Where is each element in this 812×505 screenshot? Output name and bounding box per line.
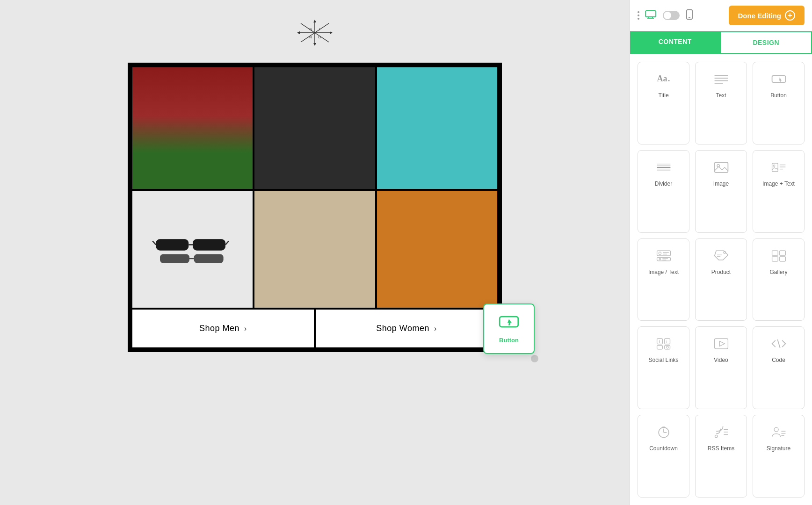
widget-rss[interactable]: RSS Items xyxy=(695,415,747,498)
email-block: Shop Men › Shop Women › xyxy=(128,63,502,352)
canvas-area: G I N O xyxy=(0,0,630,505)
gallery-icon xyxy=(769,247,788,264)
svg-rect-67 xyxy=(657,346,662,349)
widget-divider[interactable]: Divider xyxy=(638,150,689,233)
tab-bar: CONTENT DESIGN xyxy=(630,31,812,54)
image-text-icon xyxy=(769,159,788,176)
svg-rect-59 xyxy=(772,251,778,255)
widget-gallery[interactable]: Gallery xyxy=(753,238,805,321)
widget-countdown-label: Countdown xyxy=(649,445,678,452)
widget-grid: Aa Title Text xyxy=(630,54,812,505)
widget-title[interactable]: Aa Title xyxy=(638,62,689,144)
floating-button-label: Button xyxy=(499,337,519,344)
widget-video-label: Video xyxy=(714,357,728,363)
widget-code[interactable]: Code xyxy=(753,326,805,409)
done-editing-plus-icon: + xyxy=(785,10,795,21)
shop-women-label: Shop Women xyxy=(376,324,429,333)
desktop-icon[interactable] xyxy=(645,10,656,21)
svg-rect-43 xyxy=(772,163,778,172)
svg-line-15 xyxy=(152,241,156,245)
countdown-icon xyxy=(654,424,673,440)
widget-image-text[interactable]: Image + Text xyxy=(753,150,805,233)
widget-image-text-2-label: Image / Text xyxy=(648,269,679,275)
dot-1 xyxy=(638,11,639,13)
grid-cell-sunglasses xyxy=(132,191,253,308)
view-toggle[interactable] xyxy=(663,11,680,20)
image-grid xyxy=(132,67,497,308)
shop-buttons-row: Shop Men › Shop Women › xyxy=(132,310,497,347)
title-icon: Aa xyxy=(654,71,673,87)
grid-cell-man xyxy=(254,67,375,189)
cursor-indicator xyxy=(531,355,538,362)
image-icon xyxy=(712,159,731,176)
panel-menu-dots[interactable] xyxy=(638,11,639,20)
svg-marker-5 xyxy=(313,43,316,46)
svg-line-16 xyxy=(225,241,229,245)
video-icon xyxy=(712,335,731,352)
widget-gallery-label: Gallery xyxy=(769,269,787,275)
shop-women-button[interactable]: Shop Women › xyxy=(316,310,497,347)
svg-rect-60 xyxy=(779,251,785,255)
widget-image-label: Image xyxy=(713,180,729,187)
svg-rect-13 xyxy=(193,239,225,251)
svg-rect-17 xyxy=(160,254,189,263)
svg-text:I: I xyxy=(319,27,320,31)
dot-2 xyxy=(638,14,639,16)
svg-point-81 xyxy=(774,427,778,432)
svg-point-69 xyxy=(666,346,668,349)
shop-men-label: Shop Men xyxy=(199,324,239,333)
svg-text:N: N xyxy=(309,35,312,39)
widget-title-label: Title xyxy=(658,92,668,99)
widget-divider-label: Divider xyxy=(655,180,672,187)
grid-cell-shoes xyxy=(377,67,497,189)
code-icon xyxy=(769,335,788,352)
widget-text-label: Text xyxy=(716,92,726,99)
divider-icon xyxy=(654,159,673,176)
product-icon xyxy=(712,247,731,264)
image-text-2-icon xyxy=(654,247,673,264)
svg-rect-12 xyxy=(156,239,188,251)
svg-rect-34 xyxy=(772,76,785,82)
svg-point-53 xyxy=(659,258,661,260)
svg-point-49 xyxy=(659,252,661,254)
svg-point-77 xyxy=(715,435,717,437)
svg-marker-4 xyxy=(313,20,316,22)
widget-rss-label: RSS Items xyxy=(708,445,734,452)
done-editing-button[interactable]: Done Editing + xyxy=(729,6,805,25)
widget-text[interactable]: Text xyxy=(695,62,747,144)
tab-content[interactable]: CONTENT xyxy=(630,31,720,54)
dot-3 xyxy=(638,18,639,20)
widget-social-links-label: Social Links xyxy=(648,357,678,363)
tab-design[interactable]: DESIGN xyxy=(720,31,812,54)
widget-image[interactable]: Image xyxy=(695,150,747,233)
widget-image-text-label: Image + Text xyxy=(762,180,795,187)
signature-icon xyxy=(769,424,788,440)
widget-countdown[interactable]: Countdown xyxy=(638,415,689,498)
svg-marker-6 xyxy=(297,31,300,34)
done-editing-label: Done Editing xyxy=(738,12,782,20)
svg-marker-71 xyxy=(719,341,725,346)
floating-button-widget[interactable]: Button xyxy=(483,303,535,354)
widget-button[interactable]: Button xyxy=(753,62,805,144)
widget-code-label: Code xyxy=(772,357,785,363)
svg-rect-48 xyxy=(657,251,670,256)
svg-rect-18 xyxy=(194,254,223,263)
svg-rect-62 xyxy=(779,256,785,261)
widget-image-text-2[interactable]: Image / Text xyxy=(638,238,689,321)
svg-rect-65 xyxy=(664,339,670,345)
shop-men-button[interactable]: Shop Men › xyxy=(132,310,314,347)
text-icon xyxy=(712,71,731,87)
svg-text:O: O xyxy=(318,35,321,39)
widget-social-links[interactable]: f t Social Links xyxy=(638,326,689,409)
logo: G I N O xyxy=(296,19,334,49)
widget-video[interactable]: Video xyxy=(695,326,747,409)
device-toggles xyxy=(645,9,693,22)
grid-cell-curly-woman xyxy=(377,191,497,308)
right-panel: Done Editing + CONTENT DESIGN Aa Title xyxy=(630,0,812,505)
mobile-icon[interactable] xyxy=(686,9,693,22)
widget-product[interactable]: Product xyxy=(695,238,747,321)
widget-signature[interactable]: Signature xyxy=(753,415,805,498)
social-links-icon: f t xyxy=(654,335,673,352)
widget-button-label: Button xyxy=(770,92,787,99)
widget-signature-label: Signature xyxy=(767,445,790,452)
